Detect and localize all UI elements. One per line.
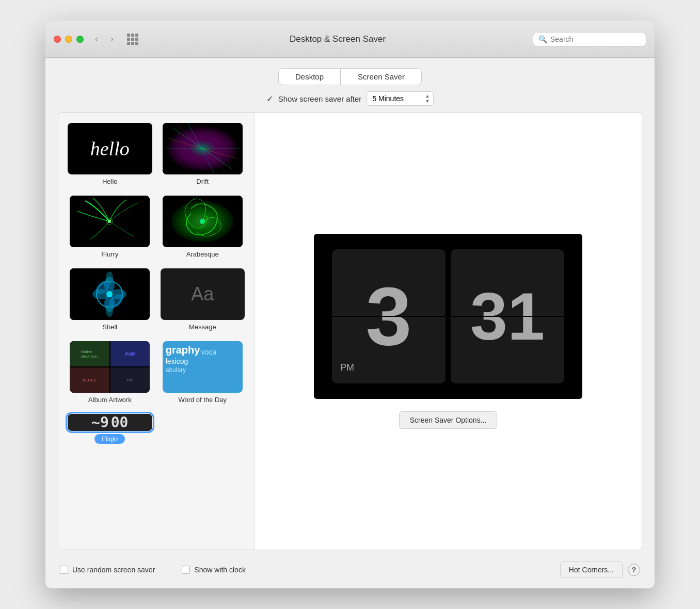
titlebar: ‹ › Desktop & Screen Saver 🔍 bbox=[45, 21, 655, 58]
ss-label-flurry: Flurry bbox=[101, 250, 118, 258]
random-checkbox-label[interactable]: Use random screen saver bbox=[60, 566, 155, 574]
clock-checkbox[interactable] bbox=[182, 566, 190, 574]
flip-minutes: 31 bbox=[470, 283, 545, 350]
clock-label: Show with clock bbox=[194, 566, 246, 574]
ss-label-arabesque: Arabesque bbox=[186, 250, 219, 258]
ss-thumb-arabesque bbox=[163, 196, 243, 247]
ss-label-drift: Drift bbox=[196, 178, 209, 185]
bottom-bar: Use random screen saver Show with clock … bbox=[58, 556, 642, 580]
flurry-svg bbox=[70, 196, 150, 247]
search-icon: 🔍 bbox=[538, 35, 547, 43]
ss-label-hello: Hello bbox=[102, 178, 118, 185]
drift-svg bbox=[163, 123, 243, 174]
forward-button[interactable]: › bbox=[107, 31, 117, 46]
hot-corners-button[interactable]: Hot Corners... bbox=[560, 562, 623, 578]
content-area: Desktop Screen Saver ✓ Show screen saver… bbox=[45, 58, 655, 588]
preview-area: 3 PM 31 Screen Saver Options... bbox=[254, 113, 642, 550]
flip-hour: 3 bbox=[366, 275, 412, 358]
ss-thumb-album: Nativeelectronic POP BLUES PC bbox=[70, 341, 150, 393]
clock-checkbox-label[interactable]: Show with clock bbox=[182, 566, 246, 574]
svg-point-22 bbox=[106, 271, 113, 284]
svg-point-23 bbox=[106, 304, 113, 317]
time-select-wrapper[interactable]: 1 Minute 2 Minutes 5 Minutes 10 Minutes … bbox=[367, 91, 434, 106]
ss-label-album: Album Artwork bbox=[88, 396, 132, 404]
maximize-button[interactable] bbox=[76, 36, 84, 43]
ss-item-fliqlo[interactable]: ~9 00 Fliqlo bbox=[63, 409, 156, 449]
ss-item-shell[interactable]: Shell bbox=[63, 263, 156, 336]
ss-thumb-word: graphy voca lexicog abulary bbox=[163, 341, 243, 393]
ss-item-arabesque[interactable]: Arabesque bbox=[156, 190, 249, 263]
ss-thumb-hello: hello bbox=[68, 123, 152, 174]
minimize-button[interactable] bbox=[65, 36, 72, 43]
help-button[interactable]: ? bbox=[628, 564, 640, 576]
preferences-window: ‹ › Desktop & Screen Saver 🔍 Desktop Scr… bbox=[45, 21, 655, 588]
ss-label-shell: Shell bbox=[102, 323, 117, 331]
time-select[interactable]: 1 Minute 2 Minutes 5 Minutes 10 Minutes … bbox=[367, 91, 434, 106]
ss-thumb-shell bbox=[70, 268, 150, 320]
show-after-row: ✓ Show screen saver after 1 Minute 2 Min… bbox=[58, 91, 642, 106]
shell-svg bbox=[70, 268, 150, 320]
tab-bar: Desktop Screen Saver bbox=[58, 68, 642, 85]
ss-label-message: Message bbox=[189, 323, 216, 331]
pm-label: PM bbox=[340, 362, 354, 373]
flip-clock: 3 PM 31 bbox=[322, 239, 575, 394]
ss-item-flurry[interactable]: Flurry bbox=[63, 190, 156, 263]
svg-point-12 bbox=[200, 219, 205, 224]
flip-hour-card: 3 PM bbox=[332, 249, 446, 383]
random-checkbox[interactable] bbox=[60, 566, 68, 574]
ss-item-message[interactable]: Aa Message bbox=[156, 263, 249, 336]
ss-item-album[interactable]: Nativeelectronic POP BLUES PC Album Artw… bbox=[63, 336, 156, 409]
screensaver-list: hello Hello bbox=[58, 113, 254, 550]
grid-icon[interactable] bbox=[127, 34, 138, 45]
ss-thumb-message: Aa bbox=[161, 268, 245, 320]
ss-thumb-fliqlo: ~9 00 bbox=[68, 414, 152, 431]
screen-saver-options-button[interactable]: Screen Saver Options... bbox=[399, 411, 498, 429]
tab-desktop[interactable]: Desktop bbox=[278, 68, 341, 85]
ss-label-fliqlo: Fliqlo bbox=[94, 434, 125, 444]
arabesque-svg bbox=[163, 196, 243, 247]
ss-item-hello[interactable]: hello Hello bbox=[63, 118, 156, 190]
window-title: Desktop & Screen Saver bbox=[149, 34, 527, 44]
preview-frame: 3 PM 31 bbox=[314, 234, 582, 399]
main-panel: hello Hello bbox=[58, 112, 642, 550]
bottom-right-controls: Hot Corners... ? bbox=[560, 562, 640, 578]
tab-screensaver[interactable]: Screen Saver bbox=[341, 68, 422, 85]
ss-thumb-drift bbox=[163, 123, 243, 174]
search-box[interactable]: 🔍 bbox=[533, 32, 646, 46]
close-button[interactable] bbox=[54, 36, 61, 43]
checkmark-icon: ✓ bbox=[266, 94, 273, 104]
back-button[interactable]: ‹ bbox=[92, 31, 101, 46]
random-label: Use random screen saver bbox=[72, 566, 155, 574]
flip-minutes-card: 31 bbox=[451, 249, 564, 383]
search-input[interactable] bbox=[550, 35, 641, 43]
ss-label-word: Word of the Day bbox=[178, 396, 227, 404]
ss-item-word[interactable]: graphy voca lexicog abulary Word of the … bbox=[156, 336, 249, 409]
show-after-label: Show screen saver after bbox=[278, 94, 362, 103]
ss-thumb-flurry bbox=[70, 196, 150, 247]
show-after-checkbox-area[interactable]: ✓ bbox=[266, 94, 273, 104]
traffic-lights bbox=[54, 36, 84, 43]
svg-point-8 bbox=[108, 220, 111, 223]
ss-item-drift[interactable]: Drift bbox=[156, 118, 249, 190]
svg-point-21 bbox=[106, 291, 113, 297]
